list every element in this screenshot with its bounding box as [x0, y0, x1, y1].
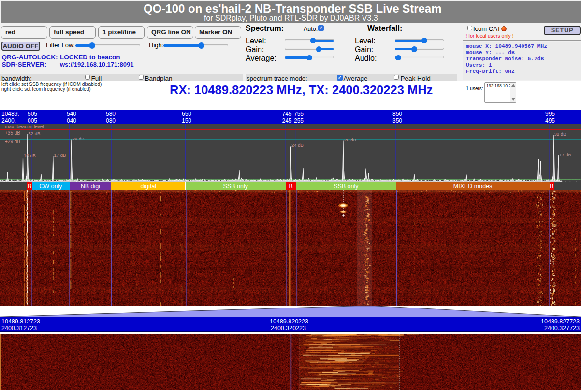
svg-text:32 dB: 32 dB — [29, 131, 41, 136]
svg-text:17 dB: 17 dB — [559, 152, 571, 157]
svg-text:+29 dB: +29 dB — [5, 139, 20, 144]
svg-text:+35 dB: +35 dB — [5, 130, 20, 136]
svg-text:max. beacon level: max. beacon level — [5, 124, 44, 129]
svg-text:17 dB: 17 dB — [54, 153, 66, 158]
svg-text:24 dB: 24 dB — [291, 142, 304, 148]
svg-text:32 dB: 32 dB — [554, 131, 566, 137]
svg-text:16 dB: 16 dB — [24, 153, 36, 158]
svg-text:26 dB: 26 dB — [344, 137, 356, 142]
svg-text:29 dB: 29 dB — [73, 136, 85, 141]
